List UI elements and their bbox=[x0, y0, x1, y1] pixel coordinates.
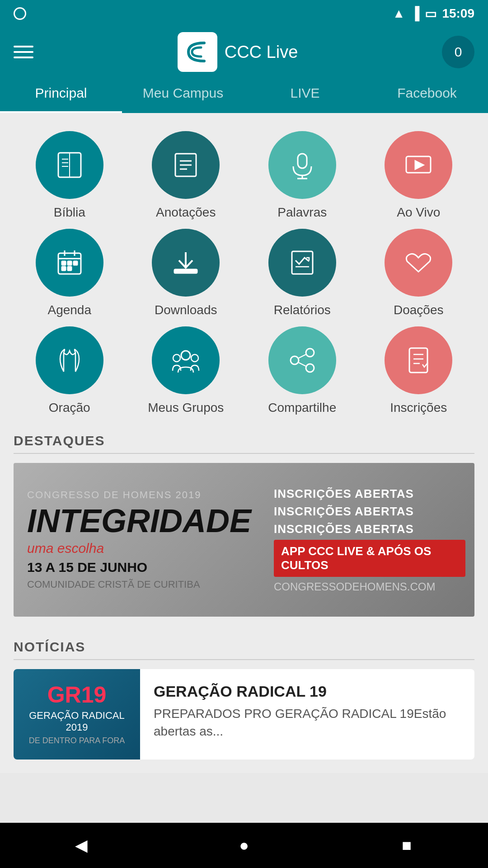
inscricoes-label: Inscrições bbox=[390, 401, 447, 415]
icon-grid: Bíblia Anotações Palavras Ao Vivo bbox=[14, 131, 474, 415]
camera-icon bbox=[14, 7, 26, 20]
oracao-icon-circle bbox=[36, 326, 103, 394]
inscricoes-line-2: INSCRIÇÕES ABERTAS bbox=[274, 505, 465, 519]
grid-item-palavras[interactable]: Palavras bbox=[246, 131, 358, 220]
grid-item-ao-vivo[interactable]: Ao Vivo bbox=[363, 131, 475, 220]
downloads-icon-circle bbox=[152, 229, 220, 297]
recent-button[interactable]: ■ bbox=[393, 832, 420, 859]
news-desc-0: PREPARADOS PRO GERAÇÃO RADICAL 19Estão a… bbox=[154, 705, 461, 740]
status-bar: ▲ ▐ ▭ 15:09 bbox=[0, 0, 488, 27]
battery-icon: ▭ bbox=[425, 6, 436, 21]
status-left bbox=[14, 7, 26, 20]
destaques-header: DESTAQUES bbox=[14, 433, 474, 454]
tab-facebook[interactable]: Facebook bbox=[366, 77, 488, 113]
agenda-icon-circle bbox=[36, 229, 103, 297]
app-ccc-line: APP CCC LIVE & APÓS OS CULTOS bbox=[274, 540, 465, 577]
palavras-icon-circle bbox=[268, 131, 336, 199]
compartilhe-label: Compartilhe bbox=[268, 401, 336, 415]
app-logo bbox=[178, 32, 217, 72]
grid-item-biblia[interactable]: Bíblia bbox=[14, 131, 126, 220]
tab-principal[interactable]: Principal bbox=[0, 77, 122, 113]
svg-line-33 bbox=[299, 354, 306, 358]
meus-grupos-icon-circle bbox=[152, 326, 220, 394]
svg-marker-13 bbox=[415, 161, 423, 169]
svg-rect-9 bbox=[298, 154, 307, 168]
svg-rect-35 bbox=[409, 348, 427, 373]
grid-item-doacoes[interactable]: Doações bbox=[363, 229, 475, 317]
anotacoes-label: Anotações bbox=[156, 205, 216, 220]
banner-congress-label: CONGRESSO DE HOMENS 2019 bbox=[27, 489, 251, 501]
banner-subtitle: uma escolha bbox=[27, 541, 251, 556]
news-thumb-sub-0: GERAÇÃO RADICAL 2019 bbox=[14, 710, 140, 733]
bottom-nav: ◀ ● ■ bbox=[0, 823, 488, 868]
banner-date: 13 A 15 DE JUNHO bbox=[27, 560, 251, 575]
grid-item-relatorios[interactable]: Relatórios bbox=[246, 229, 358, 317]
inscricoes-line-1: INSCRIÇÕES ABERTAS bbox=[274, 487, 465, 501]
notification-badge[interactable]: 0 bbox=[442, 36, 474, 68]
grid-item-meus-grupos[interactable]: Meus Grupos bbox=[130, 326, 242, 415]
tab-live[interactable]: LIVE bbox=[244, 77, 366, 113]
palavras-label: Palavras bbox=[277, 205, 327, 220]
grid-item-compartilhe[interactable]: Compartilhe bbox=[246, 326, 358, 415]
banner-right: INSCRIÇÕES ABERTAS INSCRIÇÕES ABERTAS IN… bbox=[265, 478, 474, 602]
home-button[interactable]: ● bbox=[230, 832, 258, 859]
top-bar: CCC Live 0 bbox=[0, 27, 488, 77]
relatorios-icon-circle bbox=[268, 229, 336, 297]
news-thumb-title-0: GR19 bbox=[47, 684, 107, 706]
grid-item-oracao[interactable]: Oração bbox=[14, 326, 126, 415]
svg-point-30 bbox=[306, 349, 314, 357]
banner-image: CONGRESSO DE HOMENS 2019 INTEGRIDADE uma… bbox=[14, 463, 474, 617]
agenda-label: Agenda bbox=[47, 303, 91, 317]
banner-location: COMUNIDADE CRISTÃ DE CURITIBA bbox=[27, 579, 251, 590]
inscricoes-line-3: INSCRIÇÕES ABERTAS bbox=[274, 522, 465, 536]
doacoes-icon-circle bbox=[385, 229, 452, 297]
biblia-label: Bíblia bbox=[54, 205, 85, 220]
time-display: 15:09 bbox=[442, 6, 474, 21]
grid-item-inscricoes[interactable]: Inscrições bbox=[363, 326, 475, 415]
biblia-icon-circle bbox=[36, 131, 103, 199]
logo-area: CCC Live bbox=[178, 32, 298, 72]
noticias-header: NOTÍCIAS bbox=[14, 639, 474, 660]
downloads-label: Downloads bbox=[155, 303, 217, 317]
svg-point-32 bbox=[306, 364, 314, 372]
banner-title: INTEGRIDADE bbox=[27, 505, 251, 537]
svg-rect-25 bbox=[292, 251, 313, 274]
banner-left: CONGRESSO DE HOMENS 2019 INTEGRIDADE uma… bbox=[14, 476, 265, 604]
grid-item-downloads[interactable]: Downloads bbox=[130, 229, 242, 317]
news-title-0: GERAÇÃO RADICAL 19 bbox=[154, 683, 461, 700]
doacoes-label: Doações bbox=[394, 303, 444, 317]
grid-item-agenda[interactable]: Agenda bbox=[14, 229, 126, 317]
ao-vivo-icon-circle bbox=[385, 131, 452, 199]
menu-button[interactable] bbox=[14, 46, 33, 58]
back-button[interactable]: ◀ bbox=[68, 832, 95, 859]
inscricoes-icon-circle bbox=[385, 326, 452, 394]
news-thumb-0: GR19 GERAÇÃO RADICAL 2019 DE DENTRO PARA… bbox=[14, 669, 140, 760]
svg-rect-21 bbox=[62, 267, 66, 270]
tab-meu-campus[interactable]: Meu Campus bbox=[122, 77, 244, 113]
meus-grupos-label: Meus Grupos bbox=[148, 401, 224, 415]
news-content-0: GERAÇÃO RADICAL 19 PREPARADOS PRO GERAÇÃ… bbox=[140, 669, 474, 760]
tab-bar: Principal Meu Campus LIVE Facebook bbox=[0, 77, 488, 113]
svg-point-31 bbox=[291, 356, 299, 364]
svg-line-34 bbox=[299, 363, 306, 366]
signal-icon: ▐ bbox=[411, 6, 420, 21]
compartilhe-icon-circle bbox=[268, 326, 336, 394]
congress-site: CONGRESSODEHOMENS.COM bbox=[274, 580, 465, 593]
news-thumb-detail-0: DE DENTRO PARA FORA bbox=[29, 736, 125, 745]
oracao-label: Oração bbox=[49, 401, 90, 415]
svg-rect-18 bbox=[62, 261, 66, 265]
svg-rect-24 bbox=[174, 269, 197, 273]
svg-rect-19 bbox=[68, 261, 71, 265]
app-title: CCC Live bbox=[225, 42, 298, 62]
ao-vivo-label: Ao Vivo bbox=[397, 205, 440, 220]
svg-rect-22 bbox=[68, 267, 71, 270]
svg-rect-20 bbox=[74, 261, 77, 265]
wifi-icon: ▲ bbox=[393, 6, 405, 21]
status-right: ▲ ▐ ▭ 15:09 bbox=[393, 6, 474, 21]
relatorios-label: Relatórios bbox=[274, 303, 331, 317]
grid-item-anotacoes[interactable]: Anotações bbox=[130, 131, 242, 220]
svg-point-28 bbox=[173, 354, 180, 362]
banner-section[interactable]: CONGRESSO DE HOMENS 2019 INTEGRIDADE uma… bbox=[14, 463, 474, 617]
news-section: NOTÍCIAS GR19 GERAÇÃO RADICAL 2019 DE DE… bbox=[0, 639, 488, 773]
news-card-0[interactable]: GR19 GERAÇÃO RADICAL 2019 DE DENTRO PARA… bbox=[14, 669, 474, 760]
